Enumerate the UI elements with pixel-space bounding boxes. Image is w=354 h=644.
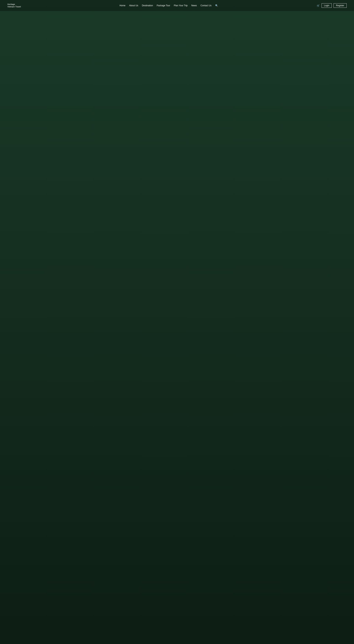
nav-right: 🛒 Login Register	[317, 3, 347, 8]
nav-about[interactable]: About Us	[129, 4, 138, 7]
svg-rect-54	[0, 0, 354, 419]
search-icon[interactable]: 🔍	[215, 4, 218, 7]
login-button[interactable]: Login	[321, 3, 332, 8]
site-logo[interactable]: Heritage Vietnam Travel	[7, 3, 21, 8]
cta-section: PLAN YOUR PERFECT TRIP NOW! Let we help …	[0, 347, 354, 360]
nav-links: Home About Us Destination Package Tour P…	[120, 4, 218, 7]
register-button[interactable]: Register	[333, 3, 347, 8]
nav-destination[interactable]: Destination	[142, 4, 153, 7]
cart-icon[interactable]: 🛒	[317, 4, 320, 7]
nav-plan[interactable]: Plan Your Trip	[174, 4, 188, 7]
navigation: Heritage Vietnam Travel Home About Us De…	[0, 0, 354, 11]
nav-home[interactable]: Home	[120, 4, 125, 7]
nav-contact[interactable]: Contact Us	[201, 4, 211, 7]
nav-news[interactable]: News	[191, 4, 197, 7]
nav-package[interactable]: Package Tour	[157, 4, 170, 7]
